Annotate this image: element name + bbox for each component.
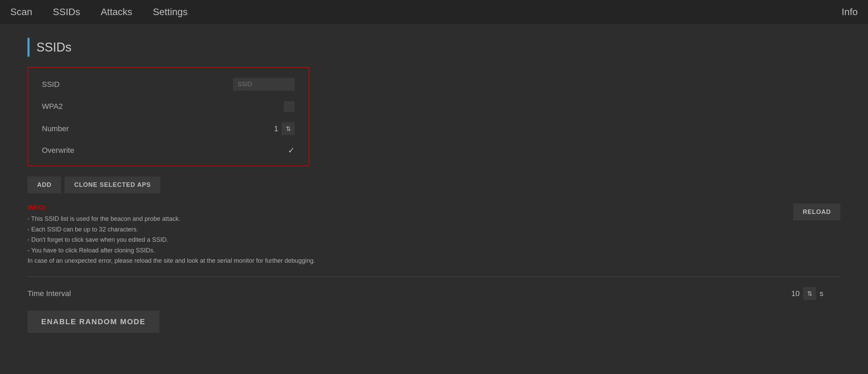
time-interval-row: Time Interval 10 ⇅ s — [27, 287, 841, 300]
info-label: INFO: — [27, 204, 841, 212]
info-text: - This SSID list is used for the beacon … — [27, 214, 841, 266]
info-line-5: In case of an unexpected error, please r… — [27, 256, 841, 266]
ssid-row: SSID — [42, 78, 295, 91]
ssid-input-area — [111, 78, 295, 91]
page-title-container: SSIDs — [27, 38, 841, 57]
time-interval-label: Time Interval — [27, 289, 791, 298]
overwrite-label: Overwrite — [42, 146, 111, 155]
title-accent-bar — [27, 38, 30, 57]
info-line-2: - Each SSID can be up to 32 characters. — [27, 224, 841, 235]
time-stepper-icon: ⇅ — [807, 290, 812, 297]
time-stepper-btn[interactable]: ⇅ — [803, 287, 816, 300]
nav-ssids[interactable]: SSIDs — [53, 5, 80, 19]
ssid-label: SSID — [42, 80, 111, 89]
number-label: Number — [42, 124, 111, 133]
wpa2-label: WPA2 — [42, 102, 111, 111]
action-buttons-row: ADD CLONE SELECTED APS — [27, 177, 841, 193]
time-interval-value: 10 — [791, 289, 800, 298]
number-control-area: 1 ⇅ — [111, 122, 295, 135]
page-title: SSIDs — [36, 40, 71, 55]
ssid-form-box: SSID WPA2 Number 1 ⇅ — [27, 67, 309, 166]
wpa2-control-area — [111, 101, 295, 112]
stepper-icon: ⇅ — [286, 125, 291, 133]
reload-button[interactable]: RELOAD — [793, 204, 841, 220]
navbar: Scan SSIDs Attacks Settings Info — [0, 0, 868, 24]
ssid-input[interactable] — [233, 78, 295, 91]
nav-attacks[interactable]: Attacks — [101, 5, 132, 19]
info-section: INFO: - This SSID list is used for the b… — [27, 204, 841, 266]
section-divider — [27, 276, 841, 277]
nav-settings[interactable]: Settings — [153, 5, 188, 19]
add-button[interactable]: ADD — [27, 177, 61, 193]
number-value: 1 — [274, 124, 278, 133]
overwrite-row: Overwrite ✓ — [42, 146, 295, 155]
main-content: SSIDs SSID WPA2 Number 1 ⇅ — [0, 24, 868, 347]
nav-info[interactable]: Info — [842, 7, 858, 18]
info-line-3: - Don't forget to click save when you ed… — [27, 235, 841, 245]
number-row: Number 1 ⇅ — [42, 122, 295, 135]
time-interval-control: 10 ⇅ s — [791, 287, 823, 300]
random-mode-button[interactable]: ENABLE RANDOM MODE — [27, 310, 159, 333]
info-line-1: - This SSID list is used for the beacon … — [27, 214, 841, 224]
clone-button[interactable]: CLONE SELECTED APS — [65, 177, 160, 193]
time-interval-unit: s — [820, 289, 823, 298]
overwrite-control-area: ✓ — [111, 146, 295, 155]
overwrite-checkmark: ✓ — [288, 146, 295, 155]
nav-scan[interactable]: Scan — [10, 5, 32, 19]
wpa2-row: WPA2 — [42, 101, 295, 112]
wpa2-checkbox[interactable] — [284, 101, 295, 112]
number-stepper-btn[interactable]: ⇅ — [282, 122, 295, 135]
number-stepper: 1 ⇅ — [274, 122, 295, 135]
info-line-4: - You have to click Reload after cloning… — [27, 245, 841, 256]
